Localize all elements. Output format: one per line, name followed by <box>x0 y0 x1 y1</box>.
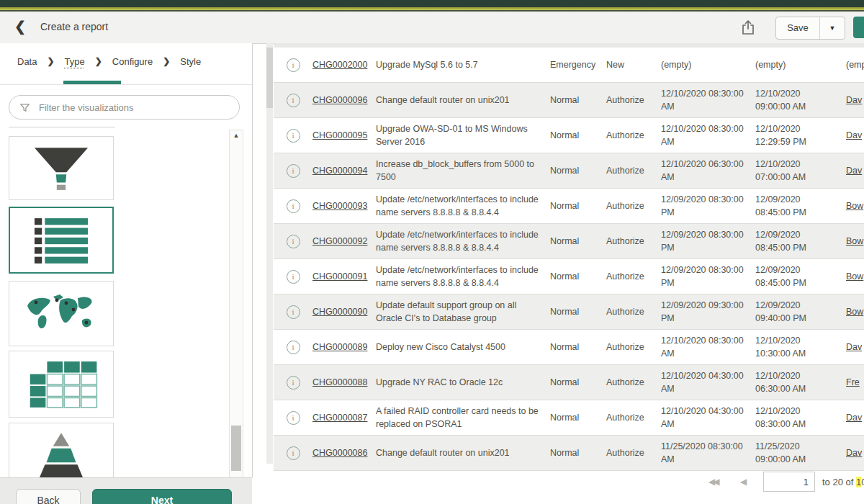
short-description: Update /etc/network/interfaces to includ… <box>376 194 550 219</box>
info-icon[interactable]: i <box>287 446 300 460</box>
info-icon[interactable]: i <box>287 341 300 354</box>
pagination-range-text: to 20 of 100 <box>822 477 864 487</box>
list-chart-icon <box>24 215 99 266</box>
assigned-to-link[interactable]: Dav <box>846 448 862 458</box>
share-export-icon[interactable] <box>739 18 757 37</box>
assigned-to-link[interactable]: Bow <box>846 307 863 317</box>
start-date-value: 12/09/2020 08:30:00 PM <box>661 264 755 289</box>
short-description: Update /etc/network/interfaces to includ… <box>376 264 550 289</box>
assigned-to-link[interactable]: Dav <box>846 95 862 105</box>
info-icon[interactable]: i <box>287 305 300 319</box>
info-icon[interactable]: i <box>287 58 300 72</box>
info-icon[interactable]: i <box>287 199 300 213</box>
assigned-to-link[interactable]: (empty) <box>846 60 864 70</box>
step-style[interactable]: Style <box>180 56 201 67</box>
change-number-link[interactable]: CHG0000091 <box>312 271 367 282</box>
end-date-value: 12/10/2020 07:00:00 AM <box>755 158 846 184</box>
table-row[interactable]: i CHG0000093 Update /etc/network/interfa… <box>274 189 864 224</box>
next-button[interactable]: Next <box>92 489 232 504</box>
scrollbar-thumb[interactable] <box>231 426 241 471</box>
table-row[interactable]: i CHG0000094 Increase db_block_buffers f… <box>274 153 864 189</box>
primary-action-button[interactable] <box>853 17 864 38</box>
page-title: Create a report <box>40 21 108 32</box>
change-number-link[interactable]: CHG0000089 <box>312 342 367 352</box>
info-icon[interactable]: i <box>287 129 300 143</box>
previous-page-icon[interactable]: ◀ <box>740 477 747 487</box>
back-chevron-icon[interactable]: ❮ <box>14 18 26 35</box>
end-date-value: 12/09/2020 08:45:00 PM <box>755 264 846 289</box>
scroll-up-icon[interactable]: ▲ <box>230 132 243 139</box>
assigned-to-link[interactable]: Dav <box>846 166 862 176</box>
table-row[interactable]: i CHG0000091 Update /etc/network/interfa… <box>274 259 864 294</box>
change-number-link[interactable]: CHG0000086 <box>312 448 367 458</box>
viz-card-funnel[interactable] <box>9 136 114 200</box>
change-number-link[interactable]: CHG0000094 <box>312 166 367 176</box>
step-data[interactable]: Data <box>17 56 37 67</box>
end-date-value: 12/09/2020 09:40:00 PM <box>755 300 846 325</box>
change-number-link[interactable]: CHG0000093 <box>312 201 367 211</box>
end-date-value: 12/10/2020 12:29:59 PM <box>755 123 846 148</box>
table-row[interactable]: i CHG0000088 Upgrade NY RAC to Oracle 12… <box>274 365 864 400</box>
change-number-link[interactable]: CHG0000087 <box>312 413 367 423</box>
viz-list-scrollbar[interactable]: ▲ ▼ <box>229 130 243 477</box>
back-button[interactable]: Back <box>16 489 81 504</box>
priority-value: Normal <box>550 412 606 425</box>
table-scrollbar-thumb[interactable] <box>266 48 273 108</box>
table-row[interactable]: i CHG0000095 Upgrade OWA-SD-01 to MS Win… <box>274 118 864 153</box>
viz-card-list[interactable] <box>9 207 114 274</box>
save-split-button: Save ▼ <box>775 17 845 40</box>
table-row[interactable]: i CHG0002000 Upgrade MySql 5.6 to 5.7 Em… <box>274 48 864 83</box>
change-number-link[interactable]: CHG0000095 <box>312 130 367 140</box>
short-description: Update default support group on all Orac… <box>376 300 550 325</box>
table-row[interactable]: i CHG0000087 A failed RAID controller ca… <box>274 400 864 436</box>
viz-card-world-map[interactable] <box>9 281 114 346</box>
info-icon[interactable]: i <box>287 376 300 390</box>
app-header: ❮ Create a report Save ▼ <box>0 12 864 44</box>
short-description: Change default router on unix201 <box>376 447 550 460</box>
table-row[interactable]: i CHG0000096 Change default router on un… <box>274 83 864 118</box>
viz-card-pyramid[interactable] <box>9 423 114 477</box>
start-date-value: 12/10/2020 08:30:00 AM <box>661 88 755 113</box>
assigned-to-link[interactable]: Dav <box>846 413 862 423</box>
state-value: Authorize <box>606 94 661 107</box>
info-icon[interactable]: i <box>287 164 300 178</box>
assigned-to-link[interactable]: Fre <box>846 377 860 387</box>
change-number-link[interactable]: CHG0000096 <box>312 95 367 105</box>
start-date-value: 12/10/2020 08:30:00 AM <box>661 335 755 360</box>
info-icon[interactable]: i <box>287 270 300 284</box>
info-icon[interactable]: i <box>287 235 300 248</box>
short-description: Upgrade OWA-SD-01 to MS Windows Server 2… <box>376 123 550 148</box>
assigned-to-link[interactable]: Bow <box>846 271 863 282</box>
save-button[interactable]: Save <box>776 17 819 39</box>
change-number-link[interactable]: CHG0000088 <box>312 377 367 387</box>
total-count: 00 <box>861 477 864 487</box>
change-number-link[interactable]: CHG0000090 <box>312 307 367 317</box>
info-icon[interactable]: i <box>287 411 300 425</box>
info-icon[interactable]: i <box>287 94 300 107</box>
first-page-icon[interactable]: ◀◀ <box>708 477 717 487</box>
table-row[interactable]: i CHG0000092 Update /etc/network/interfa… <box>274 224 864 259</box>
table-scrollbar[interactable] <box>266 43 273 464</box>
assigned-to-link[interactable]: Dav <box>846 342 862 352</box>
change-number-link[interactable]: CHG0000092 <box>312 236 367 246</box>
page-number-input[interactable] <box>763 472 815 492</box>
save-caret-icon[interactable]: ▼ <box>819 17 845 39</box>
end-date-value: (empty) <box>755 59 846 72</box>
assigned-to-link[interactable]: Bow <box>846 236 863 246</box>
short-description: Upgrade NY RAC to Oracle 12c <box>376 377 550 390</box>
start-date-value: 11/25/2020 08:30:00 AM <box>661 441 755 466</box>
viz-card-pivot-table[interactable] <box>9 351 114 418</box>
table-row[interactable]: i CHG0000090 Update default support grou… <box>274 294 864 330</box>
step-type[interactable]: Type <box>65 56 85 67</box>
start-date-value: 12/10/2020 04:30:00 AM <box>661 405 755 431</box>
state-value: Authorize <box>606 412 661 425</box>
table-row[interactable]: i CHG0000089 Deploy new Cisco Catalyst 4… <box>274 330 864 365</box>
change-number-link[interactable]: CHG0002000 <box>312 60 367 70</box>
priority-value: Normal <box>550 377 606 390</box>
assigned-to-link[interactable]: Dav <box>846 130 862 140</box>
table-row[interactable]: i CHG0000086 Change default router on un… <box>274 436 864 471</box>
filter-visualizations-input[interactable] <box>37 102 220 114</box>
start-date-value: 12/10/2020 08:30:00 AM <box>661 123 755 148</box>
assigned-to-link[interactable]: Bow <box>846 201 863 211</box>
step-configure[interactable]: Configure <box>112 56 153 67</box>
